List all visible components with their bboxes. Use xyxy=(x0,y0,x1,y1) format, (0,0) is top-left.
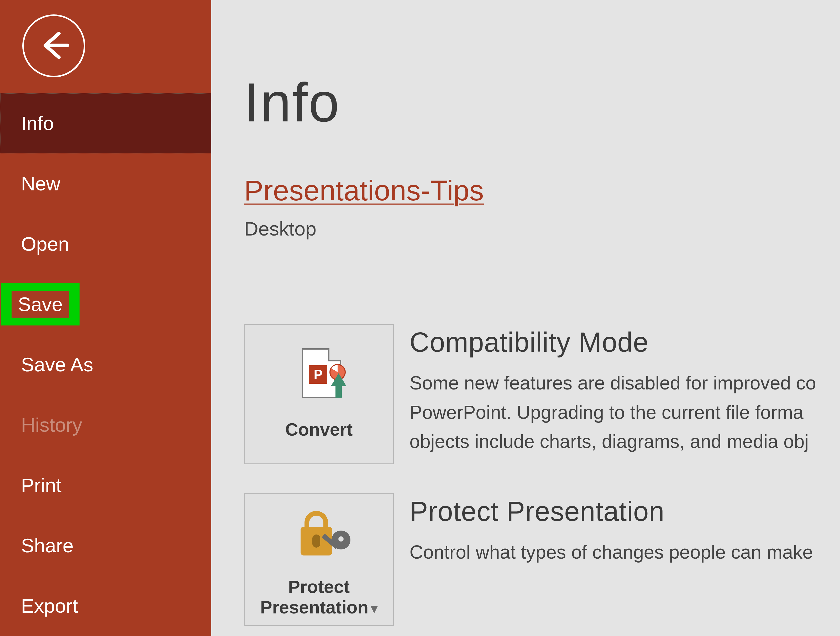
section-body-line: Some new features are disabled for impro… xyxy=(409,368,840,398)
section-text: Compatibility Mode Some new features are… xyxy=(409,324,840,457)
section-heading: Compatibility Mode xyxy=(409,326,840,358)
nav-item-save-as[interactable]: Save As xyxy=(0,334,211,395)
backstage-main-panel: Info Presentations-Tips Desktop P Conver… xyxy=(211,0,840,636)
protect-presentation-tile[interactable]: Protect Presentation▾ xyxy=(244,493,394,626)
section-compatibility: P Convert Compatibility Mode Some new fe… xyxy=(244,324,840,464)
nav-item-export[interactable]: Export xyxy=(0,576,211,636)
nav-item-label: Open xyxy=(21,233,69,255)
nav-item-label: Share xyxy=(21,534,74,557)
nav-item-info[interactable]: Info xyxy=(0,93,211,153)
save-highlight-box: Save xyxy=(1,283,79,326)
tile-label: Protect Presentation▾ xyxy=(261,576,378,617)
tile-label-text: Protect Presentation xyxy=(261,577,369,617)
section-body-line: objects include charts, diagrams, and me… xyxy=(409,427,840,457)
section-text: Protect Presentation Control what types … xyxy=(409,493,840,567)
arrow-left-icon xyxy=(37,28,71,63)
nav-item-save[interactable]: Save xyxy=(11,291,69,318)
nav-item-label: Save As xyxy=(21,353,93,376)
section-body-line: PowerPoint. Upgrading to the current fil… xyxy=(409,398,840,427)
document-title-link[interactable]: Presentations-Tips xyxy=(244,174,840,207)
nav-item-label: Print xyxy=(21,474,62,496)
section-protect: Protect Presentation▾ Protect Presentati… xyxy=(244,493,840,626)
nav-item-history[interactable]: History xyxy=(0,395,211,455)
document-location: Desktop xyxy=(244,217,840,240)
section-body-line: Control what types of changes people can… xyxy=(409,538,840,567)
convert-tile[interactable]: P Convert xyxy=(244,324,394,464)
nav-item-label: Info xyxy=(21,112,54,135)
nav-item-share[interactable]: Share xyxy=(0,515,211,576)
section-heading: Protect Presentation xyxy=(409,496,840,527)
backstage-sidebar: Info New Open Save Save As History Print… xyxy=(0,0,211,636)
back-button[interactable] xyxy=(22,14,85,77)
convert-icon: P xyxy=(289,348,349,401)
lock-key-icon xyxy=(290,508,348,558)
nav-item-label: Save xyxy=(18,293,63,315)
chevron-down-icon: ▾ xyxy=(371,601,377,616)
nav-item-label: New xyxy=(21,172,60,195)
nav-item-save-highlight: Save xyxy=(0,274,211,334)
nav-item-print[interactable]: Print xyxy=(0,455,211,515)
tile-label: Convert xyxy=(285,419,353,439)
nav-item-label: Export xyxy=(21,595,78,617)
backstage-nav: Info New Open Save Save As History Print… xyxy=(0,93,211,636)
page-title: Info xyxy=(244,71,840,134)
nav-item-label: History xyxy=(21,414,82,436)
nav-item-new[interactable]: New xyxy=(0,153,211,214)
nav-item-open[interactable]: Open xyxy=(0,214,211,274)
